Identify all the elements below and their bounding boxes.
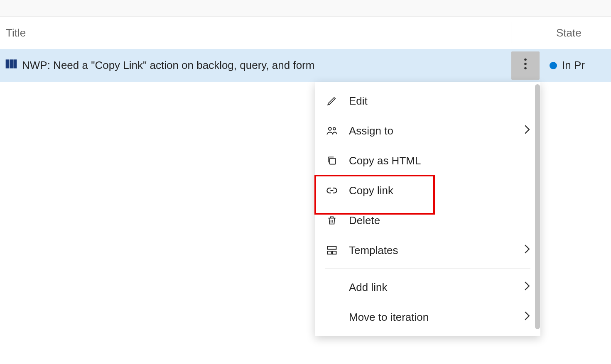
state-column-header[interactable]: State	[511, 22, 611, 43]
menu-label-assign-to: Assign to	[349, 125, 524, 137]
state-indicator-dot	[550, 62, 557, 69]
epic-book-icon	[5, 57, 18, 73]
column-headers-row: Title State	[0, 17, 611, 49]
svg-rect-11	[332, 251, 336, 254]
work-item-title: NWP: Need a "Copy Link" action on backlo…	[22, 59, 314, 72]
menu-label-add-link: Add link	[349, 281, 524, 294]
row-state-cell: In Pr	[545, 59, 611, 72]
menu-item-copy-html[interactable]: Copy as HTML	[315, 146, 540, 176]
menu-label-copy-html: Copy as HTML	[349, 154, 530, 167]
svg-point-5	[524, 67, 527, 70]
link-icon	[325, 185, 339, 196]
svg-rect-9	[328, 247, 336, 249]
menu-divider	[325, 269, 530, 269]
templates-icon	[325, 244, 339, 256]
svg-rect-10	[328, 251, 331, 254]
chevron-right-icon	[524, 311, 530, 324]
menu-item-move-iteration[interactable]: Move to iteration	[315, 302, 540, 332]
svg-rect-8	[330, 159, 336, 164]
menu-label-copy-link: Copy link	[349, 184, 530, 197]
menu-item-copy-link[interactable]: Copy link	[315, 176, 540, 205]
context-menu: Edit Assign to Copy as HTML	[315, 82, 540, 336]
menu-item-add-link[interactable]: Add link	[315, 272, 540, 302]
copy-icon	[325, 155, 339, 166]
svg-rect-0	[6, 59, 9, 68]
menu-label-templates: Templates	[349, 244, 524, 257]
chevron-right-icon	[524, 125, 530, 137]
svg-point-6	[329, 127, 331, 130]
menu-item-edit[interactable]: Edit	[315, 86, 540, 116]
row-title-cell: NWP: Need a "Copy Link" action on backlo…	[0, 57, 511, 73]
more-actions-button[interactable]	[511, 51, 540, 80]
menu-item-assign-to[interactable]: Assign to	[315, 116, 540, 146]
toolbar	[0, 0, 611, 17]
menu-label-move-iteration: Move to iteration	[349, 311, 524, 324]
work-item-row[interactable]: NWP: Need a "Copy Link" action on backlo…	[0, 49, 611, 82]
svg-rect-1	[10, 59, 13, 68]
title-column-header[interactable]: Title	[0, 22, 511, 43]
chevron-right-icon	[524, 244, 530, 257]
more-vertical-icon	[524, 58, 527, 73]
menu-label-edit: Edit	[349, 95, 530, 107]
svg-point-3	[524, 59, 527, 61]
menu-label-delete: Delete	[349, 214, 530, 227]
pencil-icon	[325, 95, 339, 106]
people-icon	[325, 125, 339, 137]
title-header-label: Title	[6, 27, 26, 39]
trash-icon	[325, 215, 339, 226]
menu-item-templates[interactable]: Templates	[315, 235, 540, 265]
menu-item-delete[interactable]: Delete	[315, 205, 540, 235]
state-header-label: State	[556, 27, 582, 39]
svg-point-4	[524, 63, 527, 65]
svg-rect-2	[13, 59, 17, 68]
chevron-right-icon	[524, 281, 530, 294]
state-label: In Pr	[562, 59, 585, 72]
svg-point-7	[333, 127, 336, 130]
